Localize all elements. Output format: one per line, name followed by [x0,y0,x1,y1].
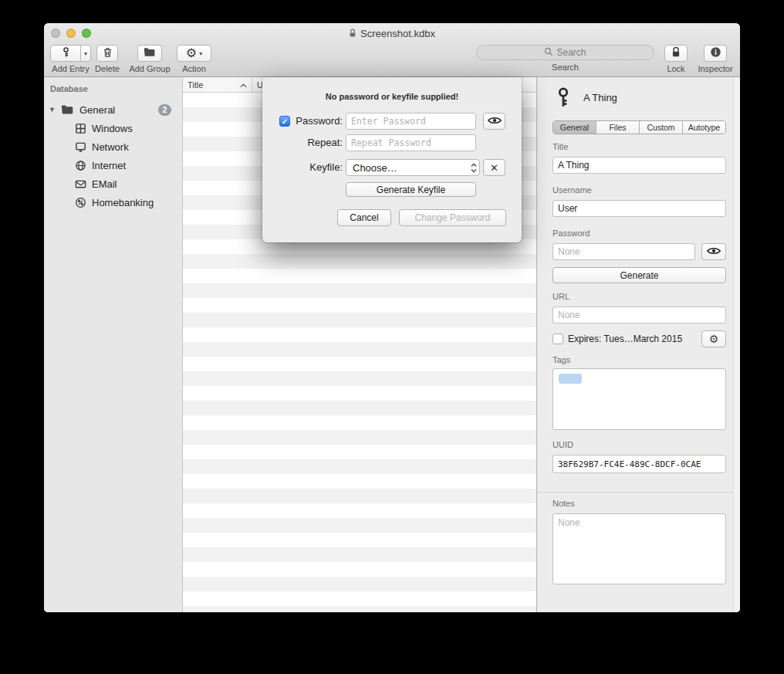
change-password-sheet: No password or keyfile supplied! ✓ Passw… [262,77,522,242]
add-entry-dropdown-button[interactable]: ▾ [81,45,91,62]
keyfile-value: Choose… [353,162,397,174]
eye-icon [488,114,502,128]
popup-stepper-icon [471,162,477,176]
window-chrome: Screenshot.kdbx ▾ Add Entry [44,23,740,77]
sidebar-item-network[interactable]: Network [44,137,182,156]
sort-ascending-icon [240,80,247,90]
tab-general[interactable]: General [553,121,596,134]
email-envelope-icon [75,178,86,190]
expires-settings-button[interactable]: ⚙ [701,330,726,347]
percent-coin-icon [75,197,86,208]
inspector-item: Inspector [698,45,733,73]
password-input[interactable] [346,113,476,130]
keyfile-label: Keyfile: [286,159,343,176]
generate-keyfile-button[interactable]: Generate Keyfile [346,182,476,197]
tab-custom[interactable]: Custom [640,121,683,134]
gear-icon: ⚙ [186,47,197,59]
window-title: Screenshot.kdbx [360,28,435,39]
uuid-field[interactable] [553,455,726,473]
title-field[interactable] [553,157,726,174]
screen: Screenshot.kdbx ▾ Add Entry [0,0,784,674]
sidebar-item-label: Network [92,141,129,153]
reveal-password-button[interactable] [701,243,726,260]
password-row: ✓ Password: [262,113,522,130]
windows-icon [75,123,86,134]
generate-password-button[interactable]: Generate [553,267,726,283]
window-title-area: Screenshot.kdbx [44,23,740,43]
clear-keyfile-button[interactable]: ✕ [483,159,505,176]
disclosure-triangle-icon[interactable]: ▼ [49,106,56,113]
sidebar-item-homebanking[interactable]: Homebanking [44,193,182,212]
sidebar-item-label: EMail [92,178,117,190]
title-label: Title [553,142,568,151]
repeat-input[interactable] [346,134,476,151]
close-x-icon: ✕ [490,162,498,174]
repeat-row: Repeat: [262,134,522,151]
trash-icon [102,46,113,61]
repeat-label: Repeat: [286,134,343,151]
reveal-password-button[interactable] [483,113,505,130]
group-tree: ▼ General 2 Windows [44,100,182,212]
eye-icon [707,245,721,259]
sidebar-item-label: General [79,104,115,116]
username-field[interactable] [553,200,726,217]
inspector-button[interactable] [704,45,727,62]
action-label: Action [177,64,211,73]
search-icon [544,47,553,59]
lock-label: Lock [661,64,691,73]
column-header-title[interactable]: Title [183,77,252,92]
search-input[interactable]: Search [476,45,654,60]
keyfile-popup-button[interactable]: Choose… [346,159,480,176]
lock-button[interactable] [664,45,688,62]
inspector-tabs: General Files Custom Autotype [553,120,726,134]
password-label: Password: [286,113,343,130]
uuid-label: UUID [553,440,573,449]
delete-item: Delete [93,45,121,73]
entry-count-badge: 2 [158,104,171,116]
username-label: Username [553,185,592,195]
url-field[interactable] [553,307,726,323]
action-item: ⚙ ▾ Action [177,45,211,73]
cancel-button[interactable]: Cancel [337,209,391,226]
folder-plus-icon [144,46,156,60]
sidebar-item-general[interactable]: ▼ General 2 [44,100,182,119]
dialog-message: No password or keyfile supplied! [262,92,522,101]
tag-chip[interactable] [559,374,582,384]
notes-label: Notes [553,499,575,508]
password-field[interactable] [553,243,695,260]
sidebar-item-label: Windows [92,123,133,134]
expires-label: Expires: Tues…March 2015 [568,334,682,344]
network-icon [75,141,86,153]
sidebar-item-email[interactable]: EMail [44,174,182,193]
delete-button[interactable] [96,45,118,62]
action-button[interactable]: ⚙ ▾ [177,45,211,62]
add-group-item: Add Group [124,45,175,73]
keyfile-row: Keyfile: Choose… ✕ [262,159,522,176]
sidebar-section-header: Database [50,84,88,93]
lock-icon [671,46,681,61]
tags-field[interactable] [553,368,726,430]
inspector-label: Inspector [698,64,733,73]
change-password-button[interactable]: Change Password [399,209,506,226]
column-label: Title [188,80,203,90]
sidebar-item-windows[interactable]: Windows [44,119,182,137]
folder-icon [61,104,74,115]
inspector-scrollbar[interactable] [733,77,740,612]
add-group-button[interactable] [137,45,162,62]
sidebar-item-label: Internet [92,160,126,171]
url-label: URL [553,292,569,301]
delete-label: Delete [93,64,121,73]
sidebar-item-internet[interactable]: Internet [44,156,182,174]
notes-field[interactable] [553,513,726,584]
tab-autotype[interactable]: Autotype [683,121,725,134]
info-icon [710,46,721,61]
add-entry-label: Add Entry [50,64,91,73]
tags-label: Tags [553,355,570,364]
expires-checkbox[interactable] [553,334,563,344]
search-placeholder: Search [556,47,586,58]
document-proxy-lock-icon [349,29,357,38]
add-entry-button[interactable] [50,45,81,62]
key-plus-icon [60,46,72,61]
tab-files[interactable]: Files [596,121,640,134]
gear-icon: ⚙ [709,334,719,344]
